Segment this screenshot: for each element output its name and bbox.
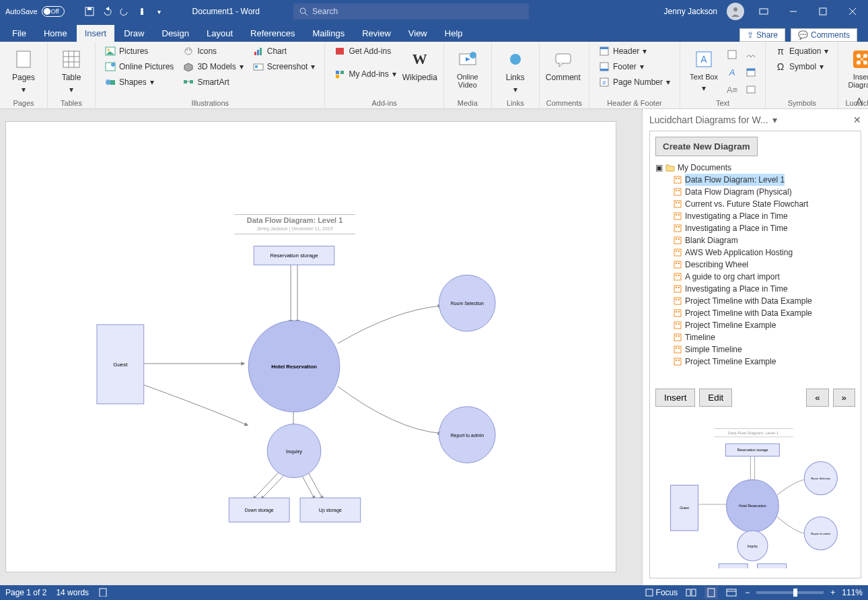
3d-models-button[interactable]: 3D Models▾ (180, 60, 246, 73)
tab-view[interactable]: View (400, 25, 435, 42)
edit-button[interactable]: Edit (699, 389, 732, 407)
get-addins-icon (334, 46, 345, 57)
focus-button[interactable]: Focus (645, 588, 678, 597)
user-avatar[interactable] (727, 3, 744, 20)
comment-button[interactable]: Comment (546, 44, 580, 82)
chart-button[interactable]: Chart (250, 44, 318, 58)
tree-file[interactable]: Investigating a Place in Time (655, 210, 855, 222)
prev-page-button[interactable]: « (806, 389, 828, 407)
quick-parts-icon[interactable] (725, 47, 739, 62)
tab-home[interactable]: Home (36, 25, 75, 42)
qat-more-icon[interactable]: ▾ (153, 5, 166, 18)
wordart-icon[interactable]: A (725, 65, 739, 79)
tab-layout[interactable]: Layout (198, 25, 241, 42)
tab-references[interactable]: References (242, 25, 303, 42)
tab-draw[interactable]: Draw (116, 25, 152, 42)
sidepanel-menu-icon[interactable]: ▾ (772, 114, 777, 125)
smartart-button[interactable]: SmartArt (180, 75, 246, 89)
search-box[interactable]: Search (293, 3, 529, 20)
comments-button[interactable]: 💬Comments (791, 28, 857, 42)
tree-file[interactable]: Blank Diagram (655, 234, 855, 246)
signature-line-icon[interactable] (744, 47, 758, 62)
share-button[interactable]: ⇪Share (739, 28, 785, 42)
tree-file[interactable]: A guide to org chart import (655, 271, 855, 283)
tree-file[interactable]: Data Flow Diagram: Level 1 (655, 174, 855, 186)
web-layout-icon[interactable] (725, 587, 738, 599)
tree-file[interactable]: Investigating a Place in Time (655, 222, 855, 234)
file-icon (673, 333, 682, 342)
date-time-icon[interactable] (744, 65, 758, 79)
spell-check-icon[interactable] (98, 587, 108, 599)
svg-rect-97 (674, 237, 681, 244)
pictures-button[interactable]: Pictures (102, 44, 176, 58)
text-box-button[interactable]: AText Box▾ (687, 44, 721, 93)
undo-icon[interactable] (101, 5, 113, 18)
status-page[interactable]: Page 1 of 2 (5, 588, 46, 597)
page-number-button[interactable]: #Page Number▾ (596, 75, 673, 89)
sidepanel-close-icon[interactable]: ✕ (853, 114, 861, 125)
save-icon[interactable] (83, 5, 96, 18)
screenshot-button[interactable]: Screenshot▾ (250, 60, 318, 73)
tree-file[interactable]: AWS Web Application Hosting (655, 246, 855, 259)
collapse-ribbon-icon[interactable]: ⋀ (856, 96, 863, 106)
tree-file[interactable]: Describing Wheel (655, 259, 855, 271)
insert-button[interactable]: Insert (655, 389, 695, 407)
page-canvas[interactable]: Data Flow Diagram: Level 1 Jenny Jackson… (5, 121, 616, 572)
equation-button[interactable]: πEquation▾ (772, 44, 831, 58)
tab-design[interactable]: Design (154, 25, 197, 42)
next-page-button[interactable]: » (833, 389, 855, 407)
minimize-icon[interactable] (783, 1, 803, 22)
zoom-level[interactable]: 111% (842, 588, 863, 597)
touch-mode-icon[interactable] (136, 5, 148, 18)
my-addins-button[interactable]: My Add-ins▾ (332, 67, 398, 81)
zoom-out-button[interactable]: − (745, 588, 750, 597)
tab-help[interactable]: Help (437, 25, 471, 42)
read-mode-icon[interactable] (684, 587, 698, 599)
autosave-state: Off (51, 8, 59, 15)
tab-review[interactable]: Review (354, 25, 399, 42)
zoom-slider[interactable] (756, 591, 824, 594)
online-video-button[interactable]: Online Video (451, 44, 484, 89)
object-icon[interactable] (744, 82, 758, 97)
svg-rect-31 (257, 50, 259, 55)
svg-rect-27 (184, 80, 187, 84)
tree-file[interactable]: Project Timeline with Data Example (655, 295, 855, 307)
tree-file[interactable]: Current vs. Future State Flowchart (655, 198, 855, 210)
close-icon[interactable] (842, 1, 863, 22)
tree-folder[interactable]: ▣My Documents (655, 162, 855, 174)
svg-rect-34 (255, 65, 258, 68)
tree-file[interactable]: Project Timeline Example (655, 356, 855, 368)
tree-file[interactable]: Project Timeline Example (655, 319, 855, 331)
icons-button[interactable]: Icons (180, 44, 246, 58)
maximize-icon[interactable] (813, 1, 833, 22)
print-layout-icon[interactable] (704, 587, 718, 599)
get-addins-button[interactable]: Get Add-ins (332, 44, 398, 58)
tab-file[interactable]: File (4, 25, 34, 42)
tab-mailings[interactable]: Mailings (305, 25, 353, 42)
shapes-button[interactable]: Shapes▾ (102, 75, 176, 89)
zoom-in-button[interactable]: + (830, 588, 835, 597)
links-button[interactable]: Links▾ (499, 44, 532, 94)
tree-file[interactable]: Data Flow Diagram (Physical) (655, 186, 855, 198)
online-pictures-button[interactable]: Online Pictures (102, 60, 176, 73)
symbol-button[interactable]: ΩSymbol▾ (772, 60, 831, 73)
pages-button[interactable]: Pages▾ (7, 44, 40, 94)
table-button[interactable]: Table▾ (55, 44, 88, 94)
header-button[interactable]: Header▾ (596, 44, 673, 58)
tree-file[interactable]: Timeline (655, 331, 855, 343)
svg-rect-46 (600, 69, 608, 71)
tree-file[interactable]: Project Timeline with Data Example (655, 307, 855, 319)
ribbon-display-icon[interactable] (754, 1, 774, 22)
redo-icon[interactable] (118, 5, 131, 18)
header-icon (599, 46, 610, 57)
wikipedia-button[interactable]: WWikipedia (403, 44, 437, 82)
tree-file[interactable]: Simple Timeline (655, 343, 855, 356)
status-words[interactable]: 14 words (56, 588, 89, 597)
drop-cap-icon[interactable]: A≡ (725, 82, 739, 97)
lucidchart-insert-button[interactable]: Insert Diagram (845, 44, 868, 89)
svg-text:Guest: Guest (680, 506, 689, 510)
create-diagram-button[interactable]: Create New Diagram (655, 137, 758, 156)
tree-file[interactable]: Investigating a Place in Time (655, 283, 855, 295)
tab-insert[interactable]: Insert (77, 25, 115, 42)
footer-button[interactable]: Footer▾ (596, 60, 673, 73)
